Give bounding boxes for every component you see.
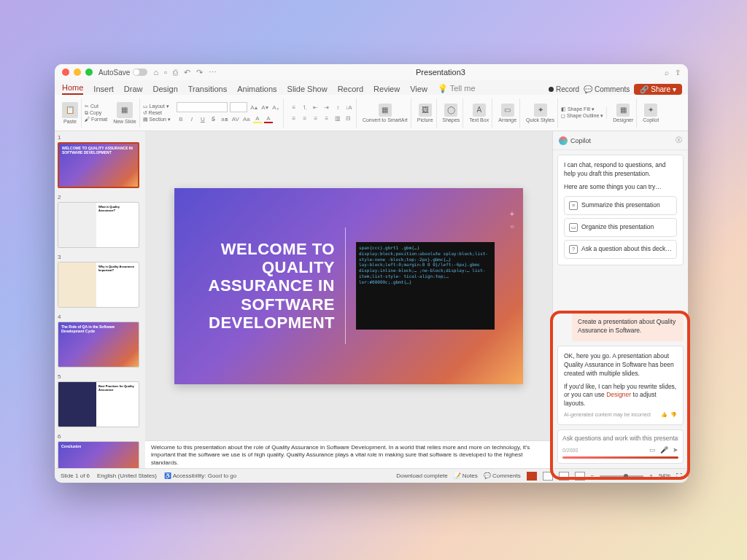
- share-icon[interactable]: ⇪: [675, 69, 681, 77]
- comments-button[interactable]: 💬 Comments: [584, 85, 630, 93]
- copy-button[interactable]: ⧉ Copy: [85, 110, 107, 116]
- copilot-send-icon[interactable]: ➤: [673, 446, 678, 454]
- textbox-icon[interactable]: A: [473, 104, 486, 117]
- thumbs-down-icon[interactable]: 👎: [670, 411, 677, 419]
- picture-icon[interactable]: 🖼: [419, 104, 432, 117]
- shadow-icon[interactable]: aʙ: [220, 114, 229, 123]
- shape-fill-button[interactable]: ◧ Shape Fill ▾: [561, 106, 603, 112]
- tab-review[interactable]: Review: [374, 85, 400, 95]
- copilot-suggest-organize[interactable]: ▭Organize this presentation: [564, 218, 677, 237]
- indent-dec-icon[interactable]: ⇤: [311, 103, 320, 112]
- bullets-icon[interactable]: ≡: [290, 103, 298, 112]
- align-right-icon[interactable]: ≡: [311, 114, 320, 122]
- shape-outline-button[interactable]: ◻ Shape Outline ▾: [561, 113, 603, 119]
- tab-home[interactable]: Home: [62, 83, 83, 95]
- undo-icon[interactable]: ↶: [184, 68, 190, 77]
- designer-link[interactable]: Designer: [606, 391, 631, 398]
- copilot-mic-icon[interactable]: 🎤: [660, 446, 668, 454]
- quickstyles-icon[interactable]: ✦: [534, 104, 547, 117]
- copilot-input[interactable]: [562, 435, 678, 442]
- font-selector[interactable]: [177, 102, 228, 112]
- search-icon[interactable]: ⌕: [665, 69, 669, 77]
- add-element-icon[interactable]: +: [510, 210, 514, 218]
- thumbnail-slide-5[interactable]: Best Practices for Quality Assurance: [58, 381, 139, 427]
- home-icon[interactable]: ⌂: [153, 68, 158, 77]
- accessibility-status[interactable]: ♿ Accessibility: Good to go: [164, 472, 236, 479]
- fit-window-icon[interactable]: ⛶: [676, 472, 682, 479]
- language-status[interactable]: English (United States): [97, 472, 157, 479]
- numbering-icon[interactable]: ⒈: [301, 103, 309, 112]
- bold-icon[interactable]: B: [177, 114, 185, 123]
- smartart-icon[interactable]: ▦: [379, 104, 392, 117]
- slide-title-text[interactable]: WELCOME TO QUALITY ASSURANCE IN SOFTWARE…: [174, 240, 335, 332]
- new-slide-icon[interactable]: ▦: [117, 102, 133, 118]
- save-icon[interactable]: ▫: [164, 68, 167, 77]
- section-button[interactable]: ▤ Section ▾: [143, 117, 171, 122]
- normal-view-icon[interactable]: [527, 472, 537, 481]
- italic-icon[interactable]: I: [187, 114, 196, 123]
- current-slide[interactable]: WELCOME TO QUALITY ASSURANCE IN SOFTWARE…: [174, 188, 523, 384]
- copilot-close-icon[interactable]: ⓧ: [676, 136, 682, 145]
- thumbnail-slide-3[interactable]: Why is Quality Assurance Important?: [58, 262, 139, 308]
- layout-button[interactable]: ▭ Layout ▾: [143, 104, 171, 109]
- align-left-icon[interactable]: ≡: [290, 114, 298, 122]
- arrange-icon[interactable]: ▭: [501, 104, 514, 117]
- autosave-toggle[interactable]: [133, 69, 147, 76]
- thumbnail-slide-6[interactable]: Conclusion: [58, 441, 139, 468]
- tab-slideshow[interactable]: Slide Show: [287, 85, 328, 95]
- strike-icon[interactable]: S̶: [209, 114, 218, 123]
- copilot-suggest-summarize[interactable]: ≡Summarize this presentation: [564, 196, 677, 215]
- thumbnail-slide-4[interactable]: The Role of QA in the Software Developme…: [58, 322, 139, 368]
- print-icon[interactable]: ⎙: [173, 68, 178, 77]
- redo-icon[interactable]: ↷: [196, 68, 203, 77]
- case-icon[interactable]: Aa: [242, 114, 251, 123]
- cut-button[interactable]: ✂ Cut: [85, 104, 107, 109]
- text-direction-icon[interactable]: ↓A: [344, 103, 353, 112]
- tab-draw[interactable]: Draw: [124, 85, 143, 95]
- record-button[interactable]: Record: [549, 85, 579, 93]
- spacing-icon[interactable]: AV: [231, 114, 240, 123]
- paste-icon[interactable]: 📋: [62, 102, 78, 118]
- thumbs-up-icon[interactable]: 👍: [661, 411, 667, 419]
- tab-tellme[interactable]: 💡 Tell me: [438, 84, 476, 95]
- tab-design[interactable]: Design: [153, 85, 178, 95]
- clear-format-icon[interactable]: Aₓ: [271, 103, 280, 112]
- font-color-icon[interactable]: A: [264, 114, 273, 123]
- reset-button[interactable]: ↺ Reset: [143, 110, 171, 116]
- indent-inc-icon[interactable]: ⇥: [322, 103, 331, 112]
- slide-code-image[interactable]: span{ccc}.gbrt1 .gbm{…} display:block;po…: [356, 242, 495, 330]
- thumbnail-slide-2[interactable]: What is Quality Assurance?: [58, 202, 139, 248]
- tab-animations[interactable]: Animations: [237, 85, 276, 95]
- comments-toggle[interactable]: 💬 Comments: [484, 472, 521, 479]
- zoom-slider[interactable]: [600, 475, 643, 477]
- slideshow-view-icon[interactable]: [575, 472, 585, 481]
- align-center-icon[interactable]: ≡: [301, 114, 309, 122]
- tab-insert[interactable]: Insert: [93, 85, 114, 95]
- speaker-notes[interactable]: Welcome to this presentation about the r…: [145, 440, 552, 468]
- increase-font-icon[interactable]: A▴: [249, 103, 258, 112]
- reading-view-icon[interactable]: [559, 472, 569, 481]
- columns-icon[interactable]: ▥: [333, 114, 342, 122]
- minimize-window-button[interactable]: [74, 69, 81, 76]
- copilot-suggest-ask[interactable]: ?Ask a question about this deck…: [564, 240, 677, 259]
- font-size-selector[interactable]: [230, 102, 247, 112]
- slide-canvas[interactable]: WELCOME TO QUALITY ASSURANCE IN SOFTWARE…: [145, 131, 552, 440]
- tab-view[interactable]: View: [410, 85, 427, 95]
- shapes-icon[interactable]: ◯: [444, 104, 457, 117]
- close-window-button[interactable]: [62, 69, 69, 76]
- designer-icon[interactable]: ▦: [616, 104, 630, 117]
- zoom-level[interactable]: 94%: [659, 472, 670, 479]
- justify-icon[interactable]: ≡: [322, 114, 331, 122]
- highlight-icon[interactable]: A: [253, 114, 262, 123]
- line-spacing-icon[interactable]: ↕: [333, 103, 342, 112]
- tab-record[interactable]: Record: [338, 85, 363, 95]
- copilot-attach-icon[interactable]: ▭: [649, 446, 656, 454]
- more-icon[interactable]: ⋯: [209, 68, 217, 77]
- zoom-out-icon[interactable]: −: [591, 472, 595, 479]
- tab-transitions[interactable]: Transitions: [188, 85, 227, 95]
- element-options-icon[interactable]: ○: [510, 222, 514, 230]
- sorter-view-icon[interactable]: [543, 472, 553, 481]
- slide-counter[interactable]: Slide 1 of 6: [61, 472, 90, 479]
- notes-toggle[interactable]: 📝 Notes: [454, 472, 478, 479]
- decrease-font-icon[interactable]: A▾: [260, 103, 269, 112]
